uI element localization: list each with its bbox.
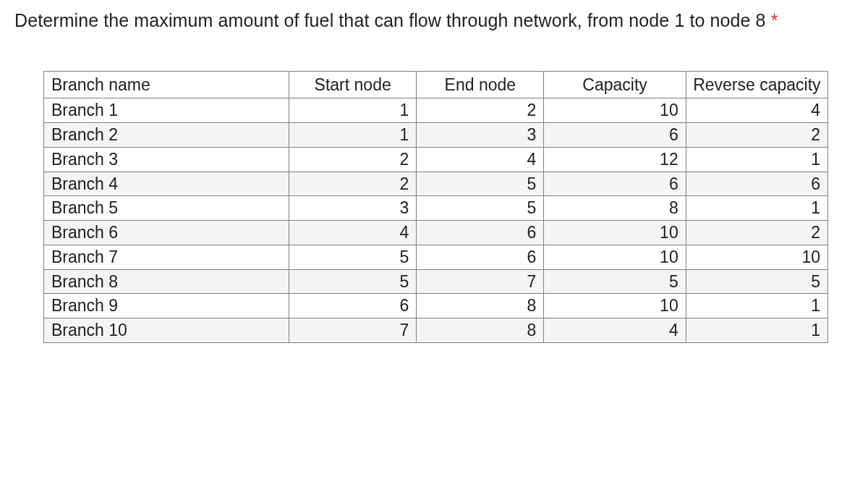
col-header-start: Start node	[289, 71, 417, 98]
cell-end: 5	[417, 196, 544, 221]
cell-reverse: 2	[686, 221, 827, 245]
cell-capacity: 8	[544, 196, 686, 221]
branch-table: Branch name Start node End node Capacity…	[43, 71, 828, 343]
cell-reverse: 1	[686, 294, 827, 318]
table-row: Branch 112104	[44, 98, 828, 123]
cell-start: 2	[289, 147, 417, 172]
cell-start: 1	[289, 123, 417, 148]
cell-name: Branch 5	[44, 196, 289, 221]
cell-reverse: 5	[686, 269, 827, 294]
cell-capacity: 10	[544, 221, 686, 245]
table-row: Branch 7561010	[44, 245, 828, 269]
col-header-capacity: Capacity	[544, 71, 686, 98]
cell-name: Branch 9	[44, 294, 289, 318]
cell-name: Branch 2	[44, 123, 289, 148]
cell-start: 5	[289, 269, 417, 294]
cell-name: Branch 10	[44, 318, 289, 343]
cell-end: 8	[417, 294, 544, 318]
cell-reverse: 1	[686, 196, 827, 221]
cell-reverse: 4	[686, 98, 827, 123]
cell-end: 2	[417, 98, 544, 123]
cell-start: 6	[289, 294, 417, 318]
table-row: Branch 21362	[44, 123, 828, 148]
cell-end: 5	[417, 172, 544, 196]
cell-name: Branch 6	[44, 221, 289, 245]
table-row: Branch 107841	[44, 318, 828, 343]
cell-name: Branch 8	[44, 269, 289, 294]
required-asterisk: *	[771, 10, 778, 30]
cell-capacity: 5	[544, 269, 686, 294]
cell-capacity: 4	[544, 318, 686, 343]
table-row: Branch 324121	[44, 147, 828, 172]
col-header-reverse: Reverse capacity	[686, 71, 827, 98]
question-text: Determine the maximum amount of fuel tha…	[14, 7, 854, 35]
cell-end: 8	[417, 318, 544, 343]
cell-capacity: 6	[544, 172, 686, 196]
table-row: Branch 968101	[44, 294, 828, 318]
cell-end: 6	[417, 245, 544, 269]
cell-start: 2	[289, 172, 417, 196]
cell-start: 7	[289, 318, 417, 343]
cell-reverse: 1	[686, 147, 827, 172]
cell-end: 4	[417, 147, 544, 172]
cell-reverse: 1	[686, 318, 827, 343]
cell-capacity: 12	[544, 147, 686, 172]
cell-capacity: 10	[544, 98, 686, 123]
cell-start: 4	[289, 221, 417, 245]
cell-capacity: 10	[544, 245, 686, 269]
cell-end: 7	[417, 269, 544, 294]
cell-reverse: 10	[686, 245, 827, 269]
cell-start: 1	[289, 98, 417, 123]
cell-name: Branch 4	[44, 172, 289, 196]
cell-name: Branch 7	[44, 245, 289, 269]
cell-end: 6	[417, 221, 544, 245]
cell-name: Branch 3	[44, 147, 289, 172]
table-header-row: Branch name Start node End node Capacity…	[44, 71, 828, 98]
cell-name: Branch 1	[44, 98, 289, 123]
table-row: Branch 53581	[44, 196, 828, 221]
cell-end: 3	[417, 123, 544, 148]
table-row: Branch 85755	[44, 269, 828, 294]
cell-reverse: 2	[686, 123, 827, 148]
question-body: Determine the maximum amount of fuel tha…	[14, 10, 766, 30]
col-header-name: Branch name	[44, 71, 289, 98]
cell-start: 3	[289, 196, 417, 221]
cell-reverse: 6	[686, 172, 827, 196]
table-row: Branch 646102	[44, 221, 828, 245]
col-header-end: End node	[417, 71, 544, 98]
cell-capacity: 6	[544, 123, 686, 148]
table-row: Branch 42566	[44, 172, 828, 196]
cell-start: 5	[289, 245, 417, 269]
cell-capacity: 10	[544, 294, 686, 318]
